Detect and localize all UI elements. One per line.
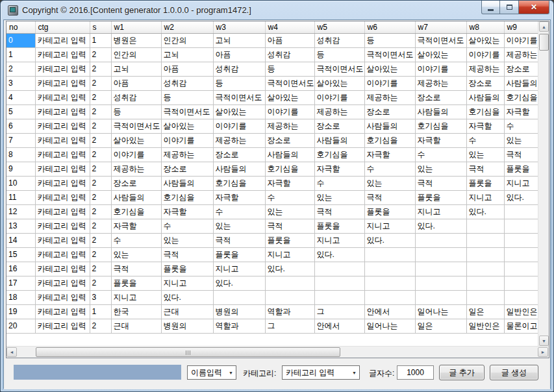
grid-cell[interactable]: 수	[364, 162, 415, 176]
grid-cell[interactable]: 이야기를	[213, 119, 265, 133]
column-header-s[interactable]: s	[90, 21, 111, 33]
grid-cell[interactable]: 고뇌	[161, 47, 213, 62]
grid-cell[interactable]: 제공하는	[161, 147, 213, 162]
vertical-scroll-thumb[interactable]	[539, 34, 549, 51]
grid-cell[interactable]: 일어나는	[415, 304, 466, 319]
grid-cell[interactable]	[364, 276, 415, 290]
grid-cell[interactable]: 살아있는	[415, 47, 466, 62]
grid-cell[interactable]	[415, 233, 466, 247]
column-header-w4[interactable]: w4	[265, 21, 314, 33]
row-index-cell[interactable]: 4	[6, 90, 35, 104]
column-header-w1[interactable]: w1	[111, 21, 161, 33]
grid-cell[interactable]: 있다.	[415, 219, 466, 233]
grid-cell[interactable]: 호기심을	[364, 133, 415, 147]
grid-cell[interactable]	[364, 247, 415, 262]
grid-cell[interactable]: 극적	[161, 247, 213, 262]
grid-cell[interactable]: 안에서	[364, 304, 415, 319]
scroll-left-button[interactable]: ◄	[6, 347, 17, 357]
grid-cell[interactable]: 카테고리 입력	[35, 76, 90, 90]
grid-cell[interactable]: 있다.	[364, 233, 415, 247]
generate-text-button[interactable]: 글 생성	[490, 365, 538, 380]
grid-cell[interactable]: 살아있는	[161, 119, 213, 133]
row-index-cell[interactable]: 9	[6, 162, 35, 176]
grid-cell[interactable]: 지니고	[466, 190, 504, 204]
grid-cell[interactable]	[466, 247, 504, 262]
name-combo[interactable]: 이름입력 ▼	[187, 365, 236, 380]
grid-cell[interactable]: 제공하는	[265, 119, 314, 133]
grid-cell[interactable]	[314, 290, 364, 304]
grid-cell[interactable]: 1	[90, 304, 111, 319]
scroll-down-button[interactable]: ▼	[539, 336, 549, 346]
grid-cell[interactable]: 극적	[314, 204, 364, 219]
grid-cell[interactable]: 2	[90, 204, 111, 219]
grid-cell[interactable]: 카테고리 입력	[35, 119, 90, 133]
grid-cell[interactable]: 2	[90, 104, 111, 119]
category-combo[interactable]: 카테고리 입력 ▼	[282, 365, 360, 380]
grid-cell[interactable]: 카테고리 입력	[35, 33, 90, 47]
grid-cell[interactable]: 있는	[364, 176, 415, 190]
grid-cell[interactable]: 3	[90, 290, 111, 304]
grid-cell[interactable]: 플롯을	[111, 276, 161, 290]
grid-cell[interactable]: 수	[111, 233, 161, 247]
row-index-cell[interactable]: 19	[6, 304, 35, 319]
grid-cell[interactable]: 플롯을	[213, 247, 265, 262]
column-header-w5[interactable]: w5	[314, 21, 364, 33]
grid-cell[interactable]: 지니고	[314, 233, 364, 247]
vertical-scrollbar[interactable]: ▲ ▼	[538, 21, 549, 346]
row-index-cell[interactable]: 17	[6, 276, 35, 290]
grid-cell[interactable]: 있다.	[265, 262, 314, 276]
grid-cell[interactable]: 일반인은	[466, 319, 504, 333]
grid-cell[interactable]: 성취감	[265, 47, 314, 62]
grid-cell[interactable]: 있는	[111, 247, 161, 262]
grid-cell[interactable]: 살아있는	[314, 76, 364, 90]
grid-cell[interactable]: 2	[90, 90, 111, 104]
grid-cell[interactable]: 카테고리 입력	[35, 47, 90, 62]
grid-cell[interactable]: 있는	[161, 233, 213, 247]
row-index-cell[interactable]: 2	[6, 62, 35, 76]
grid-cell[interactable]: 역할과	[213, 319, 265, 333]
grid-cell[interactable]: 극적	[466, 162, 504, 176]
grid-cell[interactable]: 수	[466, 133, 504, 147]
grid-cell[interactable]: 호기심을	[265, 162, 314, 176]
grid-cell[interactable]: 등	[213, 76, 265, 90]
grid-cell[interactable]: 호기심을	[213, 176, 265, 190]
row-index-cell[interactable]: 1	[6, 47, 35, 62]
row-index-cell[interactable]: 7	[6, 133, 35, 147]
grid-cell[interactable]: 호기심을	[415, 119, 466, 133]
grid-cell[interactable]: 이야기를	[364, 76, 415, 90]
grid-cell[interactable]	[265, 276, 314, 290]
column-header-w8[interactable]: w8	[466, 21, 504, 33]
close-button[interactable]: ✕	[519, 1, 549, 14]
grid-cell[interactable]: 있는	[213, 219, 265, 233]
grid-cell[interactable]: 사람들의	[213, 162, 265, 176]
grid-cell[interactable]: 사람들의	[415, 104, 466, 119]
grid-cell[interactable]: 2	[90, 62, 111, 76]
grid-cell[interactable]: 장소로	[504, 62, 538, 76]
grid-cell[interactable]: 2	[90, 219, 111, 233]
grid-cell[interactable]: 2	[90, 176, 111, 190]
grid-cell[interactable]: 장소로	[364, 104, 415, 119]
row-index-cell[interactable]: 14	[6, 233, 35, 247]
grid-cell[interactable]: 성취감	[161, 76, 213, 90]
grid-cell[interactable]: 이야기를	[466, 47, 504, 62]
add-text-button[interactable]: 글 추가	[439, 365, 485, 380]
grid-cell[interactable]: 플롯을	[161, 262, 213, 276]
grid-cell[interactable]	[466, 219, 504, 233]
grid-cell[interactable]: 있다.	[466, 204, 504, 219]
grid-cell[interactable]: 성취감	[314, 33, 364, 47]
grid-cell[interactable]: 극적이면서도	[161, 104, 213, 119]
grid-cell[interactable]: 병원의	[161, 319, 213, 333]
grid-cell[interactable]: 2	[90, 133, 111, 147]
grid-cell[interactable]: 극적이면서도	[265, 76, 314, 90]
grid-cell[interactable]: 병원은	[111, 33, 161, 47]
grid-cell[interactable]: 살아있는	[466, 33, 504, 47]
grid-cell[interactable]: 있는	[504, 133, 538, 147]
grid-cell[interactable]: 고뇌	[111, 62, 161, 76]
grid-cell[interactable]: 호기심을	[111, 204, 161, 219]
grid-cell[interactable]: 2	[90, 147, 111, 162]
grid-cell[interactable]: 극적이면서도	[111, 119, 161, 133]
grid-cell[interactable]: 카테고리 입력	[35, 233, 90, 247]
grid-cell[interactable]: 그	[314, 304, 364, 319]
grid-cell[interactable]: 사람들의	[466, 90, 504, 104]
grid-cell[interactable]: 지니고	[111, 290, 161, 304]
